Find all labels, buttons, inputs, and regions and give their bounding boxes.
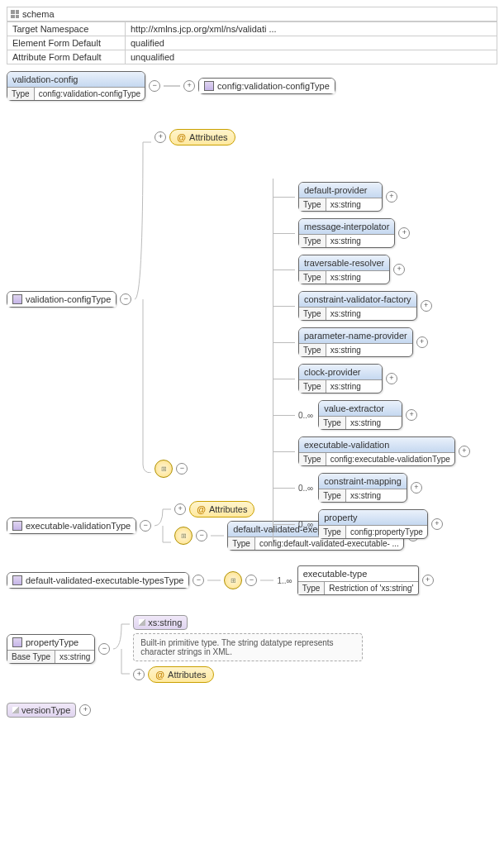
complex-type-icon [204, 81, 214, 91]
sequence-icon: ⊞ [224, 571, 242, 589]
pt-section: propertyType Base Typexs:string − xs:str… [7, 612, 497, 686]
collapse-icon[interactable]: − [140, 520, 151, 532]
collapse-icon[interactable]: − [196, 530, 207, 541]
element-parameter-name-provider[interactable]: parameter-name-providerTypexs:string [298, 327, 413, 357]
occurrence: 0..∞ [298, 411, 313, 420]
complex-type-icon [12, 637, 22, 647]
dvet-type[interactable]: default-validated-executable-typesType [7, 572, 189, 589]
element-message-interpolator[interactable]: message-interpolatorTypexs:string [298, 218, 395, 248]
collapse-icon[interactable]: − [176, 463, 188, 475]
expand-icon[interactable]: + [406, 409, 417, 421]
version-type[interactable]: versionType [7, 703, 76, 718]
element-executable-validation[interactable]: executable-validationTypeconfig:executab… [298, 436, 455, 466]
vct-children: default-providerTypexs:string+message-in… [246, 179, 470, 542]
expand-icon[interactable]: + [133, 669, 145, 680]
vct-child: 0..∞value-extractorTypexs:string+ [273, 397, 470, 433]
attributes-node[interactable]: @Attributes [148, 666, 213, 683]
xs-string-simple[interactable]: xs:string [133, 615, 188, 630]
collapse-icon[interactable]: − [120, 293, 131, 305]
element-constraint-mapping[interactable]: constraint-mappingTypexs:string [318, 473, 407, 503]
element-constraint-validator-factory[interactable]: constraint-validator-factoryTypexs:strin… [298, 291, 417, 321]
element-default-provider[interactable]: default-providerTypexs:string [298, 182, 383, 212]
element-value-extractor[interactable]: value-extractorTypexs:string [318, 400, 402, 430]
expand-icon[interactable]: + [411, 482, 422, 494]
expand-icon[interactable]: + [416, 336, 428, 348]
vct-child: 0..∞constraint-mappingTypexs:string+ [273, 470, 470, 506]
collapse-icon[interactable]: − [98, 643, 110, 655]
collapse-icon[interactable]: − [193, 575, 204, 586]
vct-type[interactable]: validation-configType [7, 291, 116, 308]
vct-child: executable-validationTypeconfig:executab… [273, 433, 470, 470]
validation-config-type-ref[interactable]: config:validation-configType [198, 78, 335, 94]
evt-type[interactable]: executable-validationType [7, 518, 136, 534]
complex-type-icon [12, 294, 22, 304]
schema-props: Target Namespacehttp://xmlns.jcp.org/xml… [7, 21, 497, 64]
vct-child: message-interpolatorTypexs:string+ [273, 215, 470, 251]
collapse-icon[interactable]: − [149, 80, 160, 92]
expand-icon[interactable]: + [386, 373, 397, 384]
dvet-section: default-validated-executable-typesType −… [7, 565, 497, 595]
expand-icon[interactable]: + [431, 518, 443, 530]
expand-icon[interactable]: + [183, 80, 195, 92]
complex-type-icon [12, 575, 22, 585]
occurrence: 0..∞ [298, 520, 313, 529]
property-type[interactable]: propertyType Base Typexs:string [7, 634, 95, 664]
expand-icon[interactable]: + [79, 704, 91, 716]
expand-icon[interactable]: + [459, 446, 470, 457]
expand-icon[interactable]: + [398, 227, 410, 239]
executable-type-element[interactable]: executable-type TypeRestriction of 'xs:s… [297, 565, 419, 595]
expand-icon[interactable]: + [422, 575, 434, 586]
schema-title: schema [22, 9, 55, 19]
vct-child: default-providerTypexs:string+ [273, 179, 470, 215]
occurrence: 1..∞ [277, 576, 292, 585]
collapse-icon[interactable]: − [245, 575, 257, 586]
expand-icon[interactable]: + [386, 191, 397, 203]
expand-icon[interactable]: + [393, 264, 405, 275]
vct-child: traversable-resolverTypexs:string+ [273, 251, 470, 288]
vct-child: 0..∞propertyTypeconfig:propertyType+ [273, 506, 470, 542]
validation-config-row: validation-config Typeconfig:validation-… [7, 71, 497, 101]
expand-icon[interactable]: + [421, 300, 432, 312]
expand-icon[interactable]: + [155, 131, 166, 143]
validation-config-element[interactable]: validation-config Typeconfig:validation-… [7, 71, 145, 101]
schema-icon [11, 10, 19, 18]
expand-icon[interactable]: + [174, 503, 186, 515]
element-traversable-resolver[interactable]: traversable-resolverTypexs:string [298, 255, 390, 284]
doc-tooltip: Built-in primitive type. The string data… [133, 633, 363, 661]
vct-child: constraint-validator-factoryTypexs:strin… [273, 288, 470, 324]
vt-section: versionType + [7, 703, 497, 718]
element-property[interactable]: propertyTypeconfig:propertyType [318, 509, 428, 539]
sequence-icon: ⊞ [155, 460, 173, 478]
element-clock-provider[interactable]: clock-providerTypexs:string [298, 364, 383, 393]
attributes-node[interactable]: @Attributes [189, 501, 254, 518]
attributes-node[interactable]: @Attributes [169, 129, 235, 145]
occurrence: 0..∞ [298, 484, 313, 493]
vct-child: parameter-name-providerTypexs:string+ [273, 324, 470, 360]
vct-child: clock-providerTypexs:string+ [273, 360, 470, 397]
schema-header: schema Target Namespacehttp://xmlns.jcp.… [7, 7, 497, 64]
complex-type-icon [12, 521, 22, 531]
sequence-icon: ⊞ [174, 527, 193, 545]
